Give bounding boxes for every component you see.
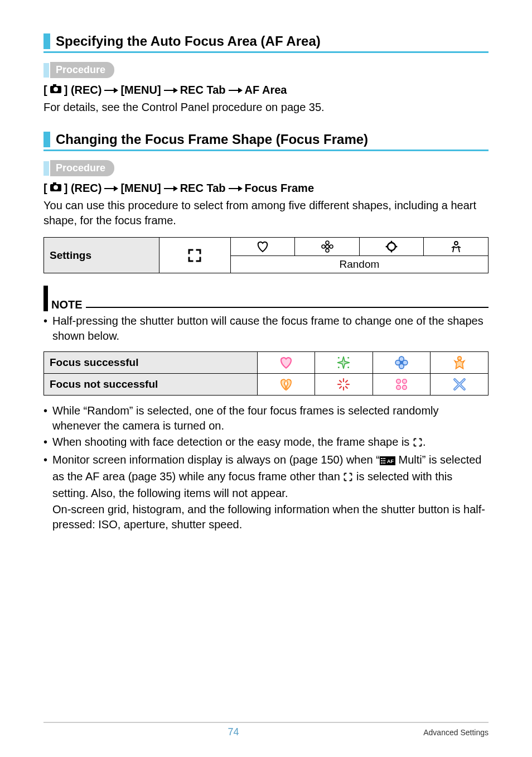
arrow-icon <box>228 182 243 195</box>
svg-point-11 <box>54 185 58 190</box>
path-open-bracket: [ <box>43 182 47 195</box>
arrow-icon <box>228 84 243 97</box>
path-menu: [MENU] <box>120 182 161 195</box>
procedure-label-row: Procedure <box>43 160 489 176</box>
svg-point-32 <box>348 367 350 368</box>
person-orange-icon <box>452 355 467 370</box>
clover-pink-icon-cell <box>373 374 431 396</box>
path-rec: ] (REC) <box>64 182 102 195</box>
settings-random-cell: Random <box>230 256 488 273</box>
bullet-text: Monitor screen information display is al… <box>52 454 380 466</box>
svg-text:AF: AF <box>387 459 394 464</box>
svg-point-26 <box>386 246 388 248</box>
chapter-label: Advanced Settings <box>423 728 489 737</box>
info-bullets: While “Random” is selected, one of the f… <box>43 403 489 501</box>
focus-brackets-icon <box>187 248 202 263</box>
svg-rect-56 <box>383 460 384 461</box>
svg-rect-58 <box>381 462 382 464</box>
svg-rect-54 <box>384 458 385 459</box>
cross-blue-icon <box>452 377 467 392</box>
heart-broken-icon-cell <box>257 374 315 396</box>
svg-point-27 <box>396 246 398 248</box>
heading-accent-bar <box>43 33 50 49</box>
svg-line-44 <box>346 386 348 388</box>
ring-dots-icon <box>385 240 398 253</box>
list-item: When shooting with face detection or the… <box>43 435 489 451</box>
svg-line-46 <box>340 386 342 388</box>
star-blue-x-icon-cell <box>431 374 489 396</box>
heading-text: Changing the Focus Frame Shape (Focus Fr… <box>50 132 368 147</box>
note-label: NOTE <box>51 298 83 311</box>
path-menu: [MENU] <box>120 84 161 97</box>
svg-point-30 <box>348 357 350 359</box>
path-open-bracket: [ <box>43 84 47 97</box>
note-rule <box>86 307 489 308</box>
path-rec: ] (REC) <box>64 84 102 97</box>
svg-rect-52 <box>381 458 382 459</box>
svg-point-49 <box>396 385 401 390</box>
list-item: Half-pressing the shutter button will ca… <box>43 314 489 344</box>
camera-icon <box>50 182 62 195</box>
svg-point-29 <box>338 357 340 359</box>
section-heading-af-area: Specifying the Auto Focus Area (AF Area) <box>43 33 489 49</box>
path-target: Focus Frame <box>245 182 314 195</box>
list-item: While “Random” is selected, one of the f… <box>43 403 489 433</box>
menu-path-focus-frame: [ ] (REC) [MENU] REC Tab Focus Frame <box>43 182 489 195</box>
star-orange-icon-cell <box>431 352 489 374</box>
flower-red-icon-cell <box>315 374 373 396</box>
table-row: Settings <box>44 238 489 256</box>
frame-default-icon-cell <box>159 238 231 273</box>
svg-point-24 <box>391 241 393 243</box>
svg-point-21 <box>322 245 325 248</box>
path-rectab: REC Tab <box>180 182 226 195</box>
flower-green-icon-cell <box>315 352 373 374</box>
clover-split-icon <box>394 377 409 392</box>
procedure-tick <box>43 161 49 176</box>
clover-blue-icon-cell <box>373 352 431 374</box>
heart-broken-icon <box>279 378 293 391</box>
arrow-icon <box>104 182 118 195</box>
page-footer: 74 Advanced Settings <box>43 722 489 738</box>
page-number: 74 <box>43 726 423 738</box>
note-bullets: Half-pressing the shutter button will ca… <box>43 314 489 344</box>
arrow-icon <box>104 84 118 97</box>
svg-point-48 <box>403 379 407 384</box>
table-row: Focus successful <box>44 352 489 374</box>
section1-body: For details, see the Control Panel proce… <box>43 100 489 115</box>
svg-point-2 <box>54 87 58 91</box>
bullet-text: When shooting with face detection or the… <box>52 436 413 448</box>
person-outline-icon <box>449 240 463 253</box>
sparkle-green-icon <box>336 355 351 370</box>
heart-outline-icon <box>256 240 269 253</box>
svg-line-43 <box>340 380 342 382</box>
heading-accent-bar <box>43 132 50 147</box>
camera-icon <box>50 84 62 97</box>
svg-point-19 <box>326 241 329 244</box>
focus-successful-label: Focus successful <box>44 352 258 374</box>
svg-point-18 <box>326 245 329 248</box>
clover-blue-icon <box>394 355 409 370</box>
svg-point-47 <box>396 379 401 384</box>
heading-text: Specifying the Auto Focus Area (AF Area) <box>50 33 321 49</box>
procedure-pill: Procedure <box>50 160 114 176</box>
frame-star-icon-cell <box>424 238 489 256</box>
settings-table: Settings Random <box>43 237 489 273</box>
path-target: AF Area <box>245 84 287 97</box>
heading-rule <box>43 51 489 53</box>
frame-ring-icon-cell <box>359 238 424 256</box>
procedure-tick <box>43 63 49 78</box>
svg-rect-1 <box>53 84 56 86</box>
svg-rect-60 <box>384 462 385 464</box>
svg-marker-15 <box>173 186 178 191</box>
bullet3-continuation: On-screen grid, histogram, and the follo… <box>43 502 489 532</box>
frame-flower-icon-cell <box>295 238 360 256</box>
heart-pink-icon <box>279 356 293 369</box>
svg-rect-59 <box>383 462 384 464</box>
svg-point-31 <box>338 367 340 368</box>
svg-marker-8 <box>238 88 243 93</box>
svg-rect-53 <box>383 458 384 459</box>
menu-path-af-area: [ ] (REC) [MENU] REC Tab AF Area <box>43 84 489 97</box>
svg-marker-6 <box>173 88 178 93</box>
burst-red-icon <box>336 377 351 392</box>
svg-marker-13 <box>114 186 118 191</box>
